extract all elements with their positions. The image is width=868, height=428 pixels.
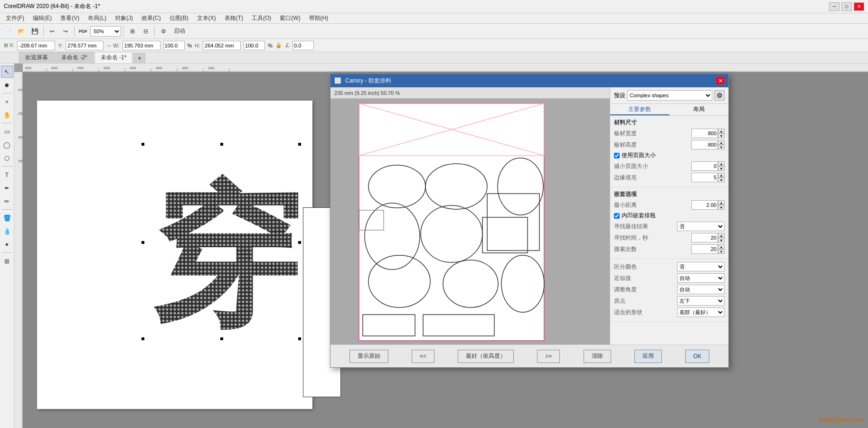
- show-original-button[interactable]: 显示原始: [349, 350, 388, 363]
- panel-tab-main[interactable]: 主要参数: [610, 104, 670, 115]
- find-best-select[interactable]: 否 是: [677, 222, 725, 231]
- find-time-input[interactable]: [691, 233, 718, 242]
- tab-add-button[interactable]: +: [133, 53, 145, 63]
- fit-shape-select[interactable]: 底部（最好） 顶部 左侧: [677, 307, 725, 317]
- new-btn[interactable]: 📄: [2, 25, 14, 37]
- reduce-size-up[interactable]: ▲: [718, 161, 725, 166]
- find-time-down[interactable]: ▼: [718, 238, 725, 242]
- min-gap-input[interactable]: [691, 200, 718, 210]
- menu-object[interactable]: 对象(J): [111, 13, 137, 23]
- best-height-button[interactable]: 最好（依高度）: [458, 350, 514, 363]
- tab-welcome[interactable]: 欢迎屏幕: [19, 52, 54, 63]
- h-pct-input[interactable]: [244, 41, 265, 50]
- tab-doc2[interactable]: 未命名 -1*: [94, 52, 133, 63]
- min-gap-up[interactable]: ▲: [718, 200, 725, 205]
- board-height-input[interactable]: [691, 140, 718, 149]
- clear-button[interactable]: 清除: [584, 350, 611, 363]
- menu-effects[interactable]: 效果(C): [138, 13, 165, 23]
- menu-file[interactable]: 文件(F): [2, 13, 28, 23]
- inner-nesting-checkbox[interactable]: [614, 213, 620, 219]
- eyedropper-tool[interactable]: 💧: [1, 225, 13, 237]
- menu-edit[interactable]: 编辑(E): [29, 13, 56, 23]
- zoom-select[interactable]: 50% 100% 75%: [90, 26, 121, 37]
- diff-color-select[interactable]: 否 是: [677, 262, 725, 271]
- menu-text[interactable]: 文本(X): [193, 13, 220, 23]
- y-input[interactable]: [66, 41, 104, 50]
- approx-select[interactable]: 自动 精确: [677, 273, 725, 283]
- angle-input[interactable]: [292, 41, 314, 50]
- board-height-down[interactable]: ▼: [718, 145, 725, 149]
- next-button[interactable]: >>: [537, 350, 560, 363]
- pan-tool[interactable]: ✋: [1, 109, 13, 121]
- ellipse-tool[interactable]: ◯: [1, 139, 13, 151]
- menu-window[interactable]: 窗口(W): [276, 13, 304, 23]
- board-width-up[interactable]: ▲: [718, 129, 725, 133]
- gear-button[interactable]: ⚙: [714, 90, 725, 101]
- maximize-button[interactable]: □: [841, 2, 852, 11]
- tab-doc1[interactable]: 未命名 -2*: [55, 52, 94, 63]
- pen-tool[interactable]: ✒: [1, 182, 13, 194]
- reduce-size-input[interactable]: [691, 161, 718, 171]
- minimize-button[interactable]: ─: [829, 2, 840, 11]
- board-height-label: 板材高度: [614, 141, 691, 149]
- search-count-up[interactable]: ▲: [718, 244, 725, 249]
- interactive-tool[interactable]: ✦: [1, 238, 13, 251]
- w-pct-input[interactable]: [163, 41, 185, 50]
- fill-tool[interactable]: 🪣: [1, 212, 13, 224]
- dialog-close-button[interactable]: ✕: [716, 77, 725, 84]
- startup-btn[interactable]: 启动: [170, 25, 189, 37]
- w-input[interactable]: [123, 41, 160, 50]
- x-input[interactable]: [17, 41, 55, 50]
- use-page-size-checkbox[interactable]: [614, 153, 620, 158]
- save-btn[interactable]: 💾: [28, 25, 41, 37]
- search-count-input[interactable]: [691, 244, 718, 254]
- freehand-tool[interactable]: ✏: [1, 195, 13, 207]
- edge-fill-input[interactable]: [691, 173, 718, 182]
- undo-btn[interactable]: ↩: [46, 25, 58, 37]
- menu-bitmap[interactable]: 位图(B): [166, 13, 192, 23]
- board-height-up[interactable]: ▲: [718, 140, 725, 145]
- reduce-size-down[interactable]: ▼: [718, 166, 725, 171]
- find-time-row: 寻找时间，秒 ▲ ▼: [614, 233, 725, 242]
- menu-table[interactable]: 表格(T): [221, 13, 247, 23]
- h-input[interactable]: [203, 41, 241, 50]
- open-btn[interactable]: 📂: [15, 25, 28, 37]
- origin-select[interactable]: 左下 左上 右下: [677, 296, 725, 306]
- pdf-btn[interactable]: PDF: [77, 25, 89, 37]
- smart-fill-tool[interactable]: ⊞: [1, 255, 13, 267]
- panel-tab-layout[interactable]: 布局: [670, 104, 729, 115]
- board-width-down[interactable]: ▼: [718, 133, 725, 138]
- adjust-angle-select[interactable]: 自动 固定: [677, 285, 725, 294]
- svg-text:500: 500: [104, 66, 110, 70]
- node-tool[interactable]: ⬟: [1, 79, 13, 91]
- menu-help[interactable]: 帮助(H): [305, 13, 332, 23]
- preset-select[interactable]: Complex shapes Simple shapes: [627, 90, 712, 101]
- svg-point-38: [443, 260, 498, 307]
- ok-button[interactable]: OK: [685, 350, 709, 363]
- search-count-down[interactable]: ▼: [718, 249, 725, 254]
- snap-btn[interactable]: ⊞: [126, 25, 139, 37]
- edge-fill-down[interactable]: ▼: [718, 177, 725, 182]
- rectangle-tool[interactable]: ▭: [1, 125, 13, 138]
- tabs-bar: 欢迎屏幕 未命名 -2* 未命名 -1* +: [0, 52, 868, 64]
- menu-view[interactable]: 查看(V): [57, 13, 83, 23]
- align-btn[interactable]: ⊟: [140, 25, 152, 37]
- text-tool[interactable]: T: [1, 168, 13, 181]
- polygon-tool[interactable]: ⬡: [1, 152, 13, 164]
- apply-button[interactable]: 应用: [634, 350, 662, 363]
- preset-label: 预设: [614, 92, 625, 100]
- menu-layout[interactable]: 布局(L): [84, 13, 110, 23]
- min-gap-down[interactable]: ▼: [718, 205, 725, 210]
- prev-button[interactable]: <<: [412, 350, 434, 363]
- redo-btn[interactable]: ↪: [59, 25, 72, 37]
- menu-tools[interactable]: 工具(O): [248, 13, 275, 23]
- edge-fill-up[interactable]: ▲: [718, 173, 725, 177]
- sel-handle-bl: [141, 337, 145, 341]
- find-time-up[interactable]: ▲: [718, 233, 725, 238]
- board-width-input[interactable]: [691, 129, 718, 138]
- settings-btn[interactable]: ⚙: [157, 25, 170, 37]
- zoom-tool[interactable]: +: [1, 95, 13, 108]
- select-tool[interactable]: ↖: [1, 65, 13, 78]
- close-button[interactable]: ✕: [854, 2, 864, 11]
- find-best-label: 寻找最佳结果: [614, 223, 677, 231]
